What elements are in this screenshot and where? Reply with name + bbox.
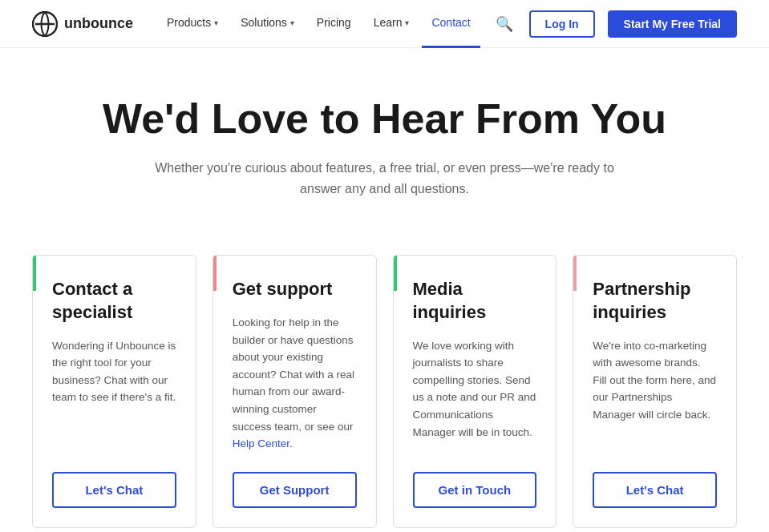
nav-item-solutions[interactable]: Solutions ▾ [231, 0, 304, 48]
lets-chat-button-2[interactable]: Let's Chat [593, 472, 717, 508]
card-body-text-1: Looking for help in the builder or have … [233, 316, 354, 433]
card-body-text-2: . [289, 437, 293, 449]
get-support-button[interactable]: Get Support [233, 472, 357, 508]
card-title: Media inquiries [413, 278, 537, 324]
card-body: We love working with journalists to shar… [413, 337, 537, 453]
login-button[interactable]: Log In [529, 10, 595, 38]
search-button[interactable]: 🔍 [492, 12, 516, 36]
card-accent-green [33, 256, 36, 291]
get-in-touch-button[interactable]: Get in Touch [413, 472, 537, 508]
trial-button[interactable]: Start My Free Trial [608, 10, 737, 38]
hero-section: We'd Love to Hear From You Whether you'r… [0, 48, 769, 231]
card-title: Contact a specialist [52, 278, 176, 324]
nav-right: 🔍 Log In Start My Free Trial [492, 10, 737, 38]
card-partnership-inquiries: Partnership inquiries We're into co-mark… [573, 255, 737, 527]
card-title: Get support [233, 278, 357, 301]
navbar: unbounce Products ▾ Solutions ▾ Pricing … [0, 0, 769, 48]
nav-item-products[interactable]: Products ▾ [157, 0, 228, 48]
help-center-link[interactable]: Help Center [233, 437, 289, 449]
chevron-down-icon: ▾ [290, 18, 294, 27]
nav-item-pricing[interactable]: Pricing [307, 0, 361, 48]
chevron-down-icon: ▾ [214, 18, 218, 27]
nav-item-learn[interactable]: Learn ▾ [364, 0, 419, 48]
chevron-down-icon: ▾ [405, 18, 409, 27]
hero-heading: We'd Love to Hear From You [32, 96, 737, 142]
logo[interactable]: unbounce [32, 11, 133, 37]
card-accent-orange [573, 256, 577, 291]
card-contact-specialist: Contact a specialist Wondering if Unboun… [32, 255, 196, 527]
search-icon: 🔍 [496, 16, 513, 32]
card-title: Partnership inquiries [593, 278, 717, 324]
card-media-inquiries: Media inquiries We love working with jou… [393, 255, 557, 527]
card-accent-pink [213, 256, 217, 291]
card-body: We're into co-marketing with awesome bra… [593, 337, 717, 453]
card-accent-teal [394, 256, 397, 291]
nav-item-contact[interactable]: Contact [422, 0, 480, 48]
card-get-support: Get support Looking for help in the buil… [212, 255, 377, 527]
card-body: Wondering if Unbounce is the right tool … [52, 337, 176, 453]
cards-container: Contact a specialist Wondering if Unboun… [0, 231, 769, 532]
nav-links: Products ▾ Solutions ▾ Pricing Learn ▾ C… [157, 0, 492, 48]
hero-subtext: Whether you're curious about features, a… [144, 158, 625, 199]
logo-icon [32, 11, 58, 37]
card-body: Looking for help in the builder or have … [233, 314, 357, 453]
lets-chat-button-1[interactable]: Let's Chat [52, 472, 176, 508]
brand-name: unbounce [64, 15, 133, 32]
